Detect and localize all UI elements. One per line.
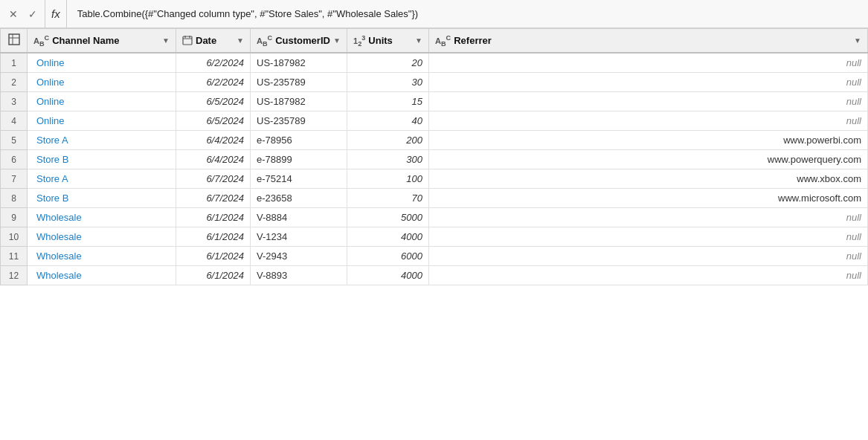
cell-units: 6000 (347, 247, 429, 266)
cell-units: 300 (347, 150, 429, 169)
formula-content[interactable]: Table.Combine({#"Changed column type", #… (71, 8, 862, 19)
cell-channel: Wholesale (28, 247, 176, 266)
col-header-customer: ABC CustomerID ▼ (251, 29, 347, 54)
cell-customer: e-23658 (251, 189, 347, 208)
cell-referrer: null (429, 266, 868, 285)
svg-rect-0 (9, 34, 19, 45)
cell-date: 6/7/2024 (176, 169, 251, 189)
channel-col-label: Channel Name (52, 35, 159, 46)
cell-referrer: www.xbox.com (429, 169, 868, 189)
cell-customer: V-1234 (251, 227, 347, 247)
cell-referrer: null (429, 247, 868, 266)
customer-col-label: CustomerID (275, 35, 330, 46)
row-number: 5 (1, 131, 28, 150)
row-number: 8 (1, 189, 28, 208)
cell-channel: Wholesale (28, 208, 176, 227)
date-type-icon (182, 35, 193, 47)
cell-date: 6/5/2024 (176, 111, 251, 131)
cell-units: 70 (347, 189, 429, 208)
cell-referrer: null (429, 53, 868, 73)
cell-channel: Online (28, 111, 176, 131)
table-row: 2Online6/2/2024US-23578930null (1, 73, 868, 92)
cell-referrer: null (429, 92, 868, 111)
cell-units: 4000 (347, 227, 429, 247)
cell-customer: V-2943 (251, 247, 347, 266)
table-grid-icon (8, 37, 20, 48)
col-header-units: 123 Units ▼ (347, 29, 429, 54)
cell-customer: e-75214 (251, 169, 347, 189)
cell-date: 6/1/2024 (176, 227, 251, 247)
table-row: 11Wholesale6/1/2024V-29436000null (1, 247, 868, 266)
cell-referrer: null (429, 227, 868, 247)
row-number: 12 (1, 266, 28, 285)
units-dropdown[interactable]: ▼ (415, 36, 422, 45)
referrer-type-icon: ABC (435, 34, 451, 48)
table-row: 9Wholesale6/1/2024V-88845000null (1, 208, 868, 227)
fx-label: fx (45, 0, 67, 28)
table-row: 12Wholesale6/1/2024V-88934000null (1, 266, 868, 285)
cell-units: 4000 (347, 266, 429, 285)
table-row: 5Store A6/4/2024e-78956200www.powerbi.co… (1, 131, 868, 150)
units-type-icon: 123 (353, 34, 365, 48)
row-number: 2 (1, 73, 28, 92)
cell-channel: Online (28, 53, 176, 73)
date-dropdown[interactable]: ▼ (237, 36, 244, 45)
cell-channel: Wholesale (28, 227, 176, 247)
cell-channel: Online (28, 92, 176, 111)
cell-units: 30 (347, 73, 429, 92)
cell-referrer: null (429, 208, 868, 227)
cell-date: 6/1/2024 (176, 208, 251, 227)
cell-date: 6/2/2024 (176, 73, 251, 92)
table-header-row: ABC Channel Name ▼ (1, 29, 868, 54)
cell-channel: Wholesale (28, 266, 176, 285)
row-number-header (1, 29, 28, 54)
channel-dropdown[interactable]: ▼ (162, 36, 170, 45)
cancel-icon[interactable]: ✕ (6, 7, 21, 22)
cell-date: 6/2/2024 (176, 53, 251, 73)
cell-customer: e-78899 (251, 150, 347, 169)
cell-customer: US-187982 (251, 92, 347, 111)
table-row: 7Store A6/7/2024e-75214100www.xbox.com (1, 169, 868, 189)
confirm-icon[interactable]: ✓ (25, 7, 40, 22)
row-number: 3 (1, 92, 28, 111)
table-row: 10Wholesale6/1/2024V-12344000null (1, 227, 868, 247)
cell-units: 5000 (347, 208, 429, 227)
cell-date: 6/7/2024 (176, 189, 251, 208)
table-row: 3Online6/5/2024US-18798215null (1, 92, 868, 111)
row-number: 6 (1, 150, 28, 169)
col-header-date: Date ▼ (176, 29, 251, 54)
table-container: ABC Channel Name ▼ (0, 28, 868, 440)
cell-units: 200 (347, 131, 429, 150)
row-number: 9 (1, 208, 28, 227)
cell-customer: US-187982 (251, 53, 347, 73)
cell-referrer: www.microsoft.com (429, 189, 868, 208)
customer-dropdown[interactable]: ▼ (333, 36, 341, 45)
cell-customer: US-235789 (251, 73, 347, 92)
cell-customer: e-78956 (251, 131, 347, 150)
date-col-label: Date (196, 35, 234, 46)
cell-referrer: www.powerquery.com (429, 150, 868, 169)
cell-customer: US-235789 (251, 111, 347, 131)
cell-units: 20 (347, 53, 429, 73)
cell-units: 15 (347, 92, 429, 111)
table-row: 8Store B6/7/2024e-2365870www.microsoft.c… (1, 189, 868, 208)
cell-channel: Store B (28, 150, 176, 169)
data-table: ABC Channel Name ▼ (0, 28, 868, 285)
table-row: 1Online6/2/2024US-18798220null (1, 53, 868, 73)
col-header-channel: ABC Channel Name ▼ (28, 29, 176, 54)
cell-customer: V-8884 (251, 208, 347, 227)
customer-type-icon: ABC (257, 34, 272, 48)
cell-units: 100 (347, 169, 429, 189)
svg-rect-3 (183, 36, 192, 45)
row-number: 7 (1, 169, 28, 189)
cell-referrer: null (429, 111, 868, 131)
cell-channel: Store A (28, 131, 176, 150)
referrer-dropdown[interactable]: ▼ (854, 36, 861, 45)
cell-date: 6/4/2024 (176, 131, 251, 150)
cell-referrer: www.powerbi.com (429, 131, 868, 150)
cell-channel: Store B (28, 189, 176, 208)
units-col-label: Units (368, 35, 412, 46)
cell-date: 6/5/2024 (176, 92, 251, 111)
row-number: 1 (1, 53, 28, 73)
cell-channel: Online (28, 73, 176, 92)
